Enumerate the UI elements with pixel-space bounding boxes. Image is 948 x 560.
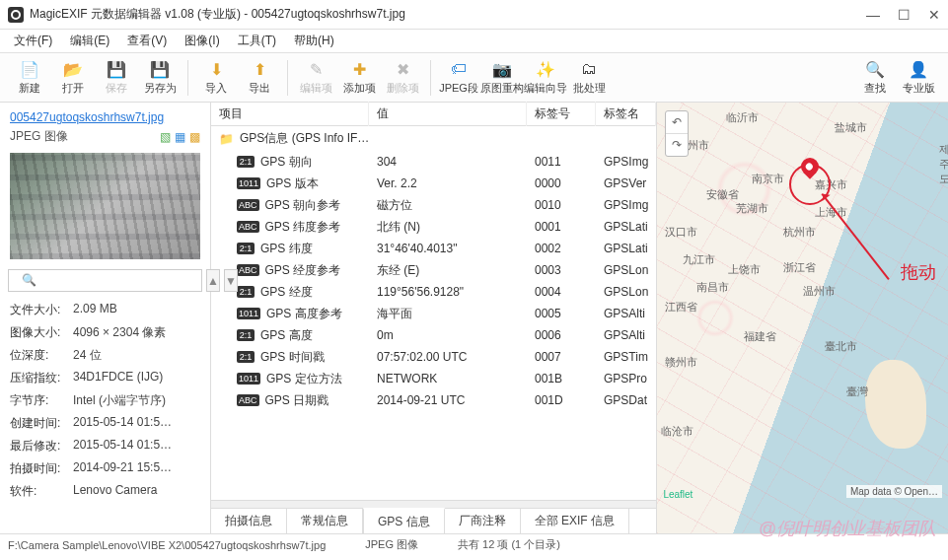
menu-image[interactable]: 图像(I) <box>177 31 227 51</box>
table-row[interactable]: ABCGPS 日期戳2014-09-21 UTC001DGPSDat <box>211 389 656 411</box>
header-item[interactable]: 项目 <box>211 102 369 126</box>
tab-general[interactable]: 常规信息 <box>287 509 363 533</box>
menu-view[interactable]: 查看(V) <box>119 31 175 51</box>
map-redo-button[interactable]: ↷ <box>666 134 688 156</box>
item-value: Ver. 2.2 <box>369 175 527 192</box>
table-header: 项目 值 标签号 标签名 <box>211 103 656 126</box>
item-value: 磁方位 <box>369 195 527 216</box>
mtime-label: 最后修改: <box>10 438 69 455</box>
table-row[interactable]: 2:1GPS 纬度31°46'40.4013"0002GPSLati <box>211 238 656 259</box>
item-value: 东经 (E) <box>369 260 527 281</box>
stack-icon: 🗂 <box>579 59 599 79</box>
item-value: 119°56'56.9128" <box>369 283 527 301</box>
city-label: 盐城市 <box>835 120 867 135</box>
export-button[interactable]: ⬆导出 <box>238 56 281 100</box>
drag-label: 拖动 <box>901 260 936 284</box>
jpegseg-button[interactable]: 🏷JPEG段 <box>437 56 480 100</box>
metadata-list: 文件大小:2.09 MB 图像大小:4096 × 2304 像素 位深度:24 … <box>0 298 210 504</box>
menu-tools[interactable]: 工具(T) <box>230 31 284 51</box>
additem-button[interactable]: ✚添加项 <box>337 56 381 100</box>
type-badge: ABC <box>237 394 259 406</box>
open-button[interactable]: 📂打开 <box>51 56 95 100</box>
item-tagno: 001D <box>527 391 596 409</box>
search-next-button[interactable]: ▼ <box>224 269 238 292</box>
table-row[interactable]: 2:1GPS 高度0m0006GPSAlti <box>211 324 656 346</box>
maximize-button[interactable]: ☐ <box>898 7 911 23</box>
map-undo-button[interactable]: ↶ <box>666 111 688 134</box>
city-label: 赣州市 <box>665 355 697 370</box>
menu-edit[interactable]: 编辑(E) <box>62 31 117 51</box>
find-button[interactable]: 🔍查找 <box>853 56 897 100</box>
new-button[interactable]: 📄新建 <box>8 56 51 100</box>
depth-value: 24 位 <box>73 347 200 364</box>
export-icon: ⬆ <box>250 59 269 79</box>
thumb3-icon[interactable]: ▩ <box>189 130 200 144</box>
minimize-button[interactable]: — <box>866 7 880 23</box>
thumb2-icon[interactable]: ▦ <box>175 130 185 144</box>
app-icon <box>8 7 24 23</box>
delitem-button[interactable]: ✖删除项 <box>381 56 424 100</box>
item-name: GPS 时间戳 <box>260 349 325 366</box>
search-prev-button[interactable]: ▲ <box>206 269 220 292</box>
group-row[interactable]: 📁 GPS信息 (GPS Info IF… <box>211 126 656 151</box>
edititem-button[interactable]: ✎编辑项 <box>294 56 337 100</box>
table-row[interactable]: 2:1GPS 时间戳07:57:02.00 UTC0007GPSTim <box>211 346 656 368</box>
type-badge: ABC <box>237 199 259 211</box>
type-badge: 2:1 <box>237 329 255 341</box>
tab-gps[interactable]: GPS 信息 <box>363 508 445 533</box>
menu-file[interactable]: 文件(F) <box>6 31 60 51</box>
item-name: GPS 朝向参考 <box>265 197 341 214</box>
table-row[interactable]: ABCGPS 纬度参考北纬 (N)0001GPSLati <box>211 216 656 238</box>
header-value[interactable]: 值 <box>369 102 527 126</box>
search-row: 🔍 ▲ ▼ <box>8 269 202 292</box>
batch-button[interactable]: 🗂批处理 <box>567 56 611 100</box>
thumb1-icon[interactable]: ▧ <box>160 130 171 144</box>
leaflet-link[interactable]: Leaflet <box>663 489 693 500</box>
item-value: 0m <box>369 326 527 344</box>
tab-allexif[interactable]: 全部 EXIF 信息 <box>521 509 629 533</box>
toolbar: 📄新建 📂打开 💾保存 💾另存为 ⬇导入 ⬆导出 ✎编辑项 ✚添加项 ✖删除项 … <box>0 53 948 103</box>
item-value: 北纬 (N) <box>369 217 527 238</box>
item-name: GPS 版本 <box>266 175 319 192</box>
table-row[interactable]: 1011GPS 版本Ver. 2.20000GPSVer <box>211 173 656 194</box>
close-button[interactable]: ✕ <box>928 7 940 23</box>
header-tagname[interactable]: 标签名 <box>596 102 656 126</box>
table-row[interactable]: ABCGPS 朝向参考磁方位0010GPSImg <box>211 194 656 216</box>
header-tagno[interactable]: 标签号 <box>527 102 596 126</box>
menu-help[interactable]: 帮助(H) <box>286 31 342 51</box>
saveas-button[interactable]: 💾另存为 <box>138 56 182 100</box>
item-name: GPS 高度参考 <box>266 306 342 322</box>
pro-button[interactable]: 👤专业版 <box>897 56 940 100</box>
filename-link[interactable]: 005427ugtoqskoshrhsw7t.jpg <box>0 103 210 126</box>
table-row[interactable]: 2:1GPS 朝向3040011GPSImg <box>211 151 656 173</box>
filesize-value: 2.09 MB <box>73 302 200 318</box>
import-button[interactable]: ⬇导入 <box>194 56 238 100</box>
center-panel: 项目 值 标签号 标签名 📁 GPS信息 (GPS Info IF… 2:1GP… <box>211 103 657 533</box>
table-row[interactable]: 1011GPS 定位方法NETWORK001BGPSPro <box>211 368 656 389</box>
rebuild-button[interactable]: 📷原图重构 <box>480 56 524 100</box>
table-row[interactable]: 2:1GPS 经度119°56'56.9128"0004GPSLon <box>211 281 656 303</box>
map-canvas[interactable]: 临沂市盐城市제주도徐州市南京市嘉兴市安徽省芜湖市上海市汉口市杭州市九江市上饶市浙… <box>657 103 948 533</box>
item-name: GPS 经度参考 <box>265 262 341 279</box>
folder-icon: 📂 <box>63 59 83 79</box>
item-tagname: GPSImg <box>596 153 656 171</box>
type-badge: 2:1 <box>237 351 255 363</box>
city-label: 九江市 <box>683 252 715 267</box>
search-input[interactable] <box>8 269 202 292</box>
table-row[interactable]: 1011GPS 高度参考海平面0005GPSAlti <box>211 303 656 324</box>
save-icon: 💾 <box>107 59 126 79</box>
tab-shot[interactable]: 拍摄信息 <box>211 509 287 533</box>
h-scrollbar[interactable] <box>211 500 656 508</box>
item-tagname: GPSLon <box>596 283 656 301</box>
save-button[interactable]: 💾保存 <box>95 56 138 100</box>
wizard-button[interactable]: ✨编辑向导 <box>524 56 567 100</box>
tag-icon: 🏷 <box>449 59 469 79</box>
folder-icon: 📁 <box>219 132 234 146</box>
mtime-value: 2015-05-14 01:5… <box>73 438 200 455</box>
item-name: GPS 高度 <box>260 327 313 344</box>
item-name: GPS 纬度参考 <box>265 219 341 236</box>
city-label: 上饶市 <box>728 262 761 277</box>
add-icon: ✚ <box>349 59 369 79</box>
table-row[interactable]: ABCGPS 经度参考东经 (E)0003GPSLon <box>211 259 656 281</box>
tab-maker[interactable]: 厂商注释 <box>445 509 521 533</box>
